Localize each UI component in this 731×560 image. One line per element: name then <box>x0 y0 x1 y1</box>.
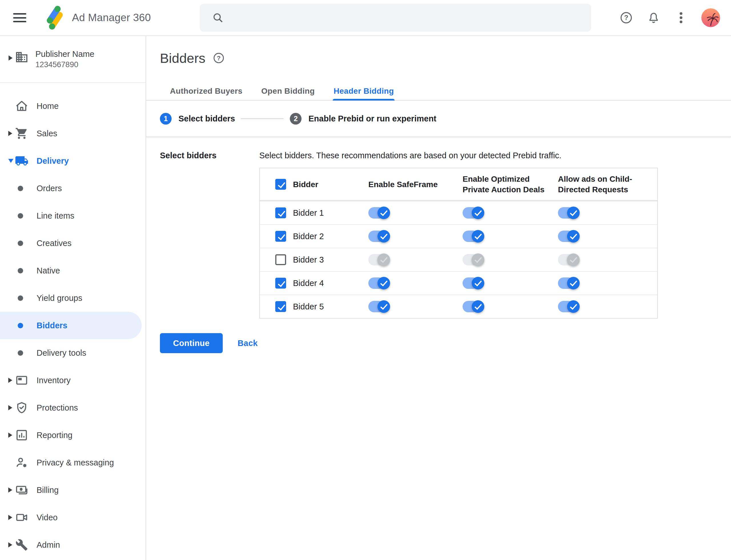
sidebar-item-native[interactable]: Native <box>0 257 146 284</box>
tab-open-bidding[interactable]: Open Bidding <box>252 82 324 100</box>
optimized-deals-toggle[interactable] <box>462 253 484 266</box>
child-directed-toggle[interactable] <box>558 300 580 313</box>
bullet-icon <box>18 241 23 246</box>
sidebar-item-billing[interactable]: Billing <box>0 476 146 504</box>
chart-icon <box>15 429 29 442</box>
page-header: Bidders ? <box>160 48 225 68</box>
inventory-icon <box>15 374 29 387</box>
ad-manager-logo[interactable] <box>42 5 68 31</box>
cart-icon <box>15 127 29 140</box>
stepper: 1 Select bidders 2 Enable Prebid or run … <box>146 101 731 137</box>
continue-button[interactable]: Continue <box>160 333 223 353</box>
expand-caret-icon <box>8 378 12 383</box>
step-2-circle: 2 <box>290 113 302 125</box>
sidebar-item-label: Home <box>37 101 59 111</box>
tab-label: Authorized Buyers <box>170 87 243 96</box>
sidebar-item-line-items[interactable]: Line items <box>0 202 146 229</box>
bidder-name: Bidder 1 <box>293 208 324 218</box>
expand-caret-icon <box>8 405 12 410</box>
optimized-deals-toggle[interactable] <box>462 230 484 243</box>
svg-text:?: ? <box>624 14 628 21</box>
optimized-deals-toggle[interactable] <box>462 300 484 313</box>
expand-caret-icon <box>8 542 12 547</box>
person-badge-icon <box>15 456 29 469</box>
sidebar-item-video[interactable]: Video <box>0 504 146 531</box>
tab-label: Header Bidding <box>334 87 394 96</box>
safeframe-toggle[interactable] <box>368 230 390 243</box>
bullet-icon <box>18 268 23 273</box>
expand-caret-icon <box>8 131 12 136</box>
bidder-checkbox[interactable] <box>275 207 286 218</box>
sidebar-item-inventory[interactable]: Inventory <box>0 367 146 394</box>
expand-caret-icon <box>8 515 12 520</box>
sidebar-item-label: Video <box>37 513 58 522</box>
bidder-name: Bidder 3 <box>293 255 324 265</box>
table-row: Bidder 3 <box>260 248 657 271</box>
child-directed-toggle[interactable] <box>558 230 580 243</box>
sidebar-item-orders[interactable]: Orders <box>0 175 146 202</box>
section-label: Select bidders <box>160 150 217 161</box>
bidder-checkbox[interactable] <box>275 254 286 265</box>
sidebar-item-home[interactable]: Home <box>0 92 146 120</box>
sidebar-item-privacy-messaging[interactable]: Privacy & messaging <box>0 449 146 476</box>
page-title: Bidders <box>160 50 205 66</box>
sidebar-item-label: Native <box>37 266 60 275</box>
table-header-row: Bidder Enable SafeFrame Enable Optimized… <box>260 168 657 201</box>
sidebar-item-label: Protections <box>37 403 78 413</box>
optimized-deals-toggle[interactable] <box>462 277 484 289</box>
safeframe-toggle[interactable] <box>368 207 390 219</box>
publisher-id: 1234567890 <box>35 59 78 70</box>
avatar[interactable] <box>701 8 720 27</box>
safeframe-toggle[interactable] <box>368 277 390 289</box>
publisher-switcher[interactable]: Publisher Name 1234567890 <box>0 36 146 83</box>
building-icon <box>15 50 29 64</box>
sidebar-item-bidders[interactable]: Bidders <box>0 312 142 339</box>
main-content: Bidders ? Authorized Buyers Open Bidding… <box>146 36 731 560</box>
more-vert-icon[interactable] <box>674 11 688 24</box>
sidebar-item-label: Delivery tools <box>37 348 86 358</box>
sidebar: Publisher Name 1234567890 Home Sales <box>0 36 146 560</box>
sidebar-item-label: Reporting <box>37 431 73 440</box>
step-1-circle: 1 <box>160 113 172 125</box>
sidebar-item-sales[interactable]: Sales <box>0 120 146 147</box>
table-row: Bidder 1 <box>260 201 657 224</box>
home-icon <box>15 99 29 113</box>
child-directed-toggle[interactable] <box>558 277 580 289</box>
bidder-checkbox[interactable] <box>275 231 286 242</box>
bullet-icon <box>18 295 23 301</box>
select-all-checkbox[interactable] <box>275 179 286 190</box>
help-icon[interactable]: ? <box>213 52 225 64</box>
product-title: Ad Manager 360 <box>72 0 151 35</box>
bidder-checkbox[interactable] <box>275 301 286 312</box>
expand-caret-icon <box>8 433 12 438</box>
sidebar-item-delivery[interactable]: Delivery <box>0 147 146 175</box>
wrench-icon <box>15 539 29 551</box>
menu-icon[interactable] <box>13 11 26 24</box>
search-input[interactable] <box>234 13 581 23</box>
svg-text:?: ? <box>217 55 221 62</box>
sidebar-item-delivery-tools[interactable]: Delivery tools <box>0 339 146 367</box>
bullet-icon <box>18 213 23 219</box>
sidebar-item-creatives[interactable]: Creatives <box>0 229 146 257</box>
back-link[interactable]: Back <box>238 339 258 348</box>
bullet-icon <box>18 323 23 328</box>
sidebar-item-admin[interactable]: Admin <box>0 531 146 559</box>
column-header-child-directed: Allow ads on Child-Directed Requests <box>558 174 657 195</box>
sidebar-item-label: Creatives <box>37 239 72 248</box>
safeframe-toggle[interactable] <box>368 253 390 266</box>
notifications-bell-icon[interactable] <box>647 11 660 24</box>
search-bar[interactable] <box>200 4 591 32</box>
bidder-checkbox[interactable] <box>275 278 286 289</box>
help-icon[interactable]: ? <box>620 11 633 24</box>
safeframe-toggle[interactable] <box>368 300 390 313</box>
child-directed-toggle[interactable] <box>558 253 580 266</box>
tab-label: Open Bidding <box>261 87 315 96</box>
child-directed-toggle[interactable] <box>558 207 580 219</box>
sidebar-item-reporting[interactable]: Reporting <box>0 421 146 449</box>
optimized-deals-toggle[interactable] <box>462 207 484 219</box>
sidebar-item-yield-groups[interactable]: Yield groups <box>0 284 146 312</box>
column-header-safeframe: Enable SafeFrame <box>368 179 438 190</box>
tab-header-bidding[interactable]: Header Bidding <box>324 82 403 100</box>
sidebar-item-protections[interactable]: Protections <box>0 394 146 421</box>
tab-authorized-buyers[interactable]: Authorized Buyers <box>161 82 252 100</box>
